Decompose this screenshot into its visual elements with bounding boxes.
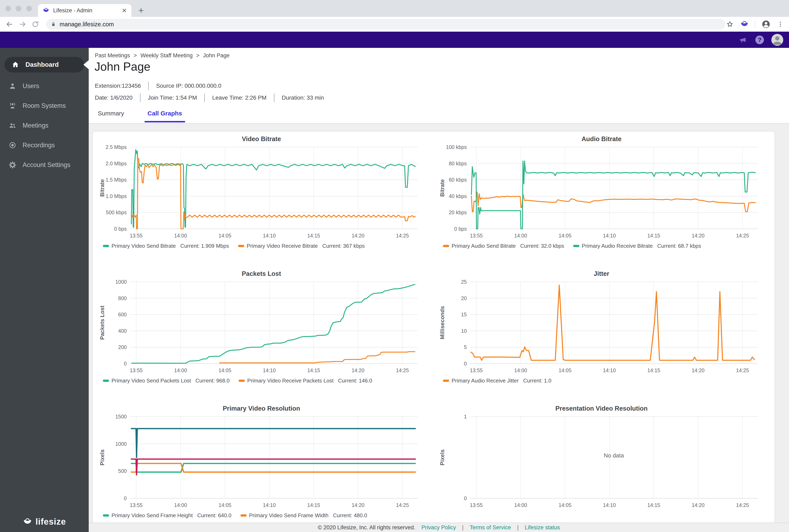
browser-tabstrip: Lifesize - Admin ✕	[0, 0, 789, 17]
people-icon	[8, 121, 16, 129]
svg-text:14:00: 14:00	[174, 367, 187, 373]
sidebar-item-account-settings[interactable]: Account Settings	[0, 157, 89, 173]
breadcrumb: Past Meetings > Weekly Staff Meeting > J…	[95, 52, 230, 59]
browser-profile-avatar[interactable]	[762, 20, 771, 29]
chart-presentation-video-resolution: Presentation Video Resolution 13:5514:00…	[437, 404, 766, 532]
video-bitrate-plot: 13:5514:0014:0514:1014:1514:2014:250 bps…	[97, 144, 426, 240]
footer-separator: |	[517, 525, 519, 531]
tab-call-graphs[interactable]: Call Graphs	[145, 109, 185, 122]
svg-text:Pixels: Pixels	[99, 450, 105, 466]
privacy-policy-link[interactable]: Privacy Policy	[421, 525, 456, 531]
primary-video-resolution-plot: 13:5514:0014:0514:1014:1514:2014:2505001…	[97, 413, 426, 510]
date-value: Date: 1/6/2020	[95, 94, 133, 101]
breadcrumb-past-meetings[interactable]: Past Meetings	[95, 52, 130, 59]
svg-text:No data: No data	[604, 452, 624, 459]
window-minimize-button[interactable]	[16, 6, 21, 11]
svg-text:1: 1	[464, 414, 467, 419]
window-zoom-button[interactable]	[26, 6, 32, 11]
home-icon	[12, 61, 19, 69]
breadcrumb-participant[interactable]: John Page	[203, 52, 230, 59]
svg-text:500: 500	[118, 468, 127, 474]
audio-bitrate-legend: Primary Audio Send BitrateCurrent: 32.0 …	[443, 243, 766, 249]
sidebar-item-dashboard[interactable]: Dashboard	[4, 57, 84, 73]
join-time-value: Join Time: 1:54 PM	[148, 94, 197, 101]
record-icon	[8, 141, 16, 149]
reload-icon[interactable]	[31, 20, 39, 28]
breadcrumb-separator: >	[134, 52, 137, 59]
app-header: ?	[0, 32, 789, 48]
forward-icon[interactable]	[18, 20, 27, 28]
sidebar-item-users[interactable]: Users	[0, 78, 89, 94]
user-avatar[interactable]	[771, 34, 783, 46]
svg-text:200: 200	[118, 344, 127, 350]
svg-text:1.0 Mbps: 1.0 Mbps	[105, 193, 127, 199]
url-bar[interactable]: manage.lifesize.com	[46, 19, 725, 30]
svg-text:1500: 1500	[115, 414, 127, 419]
audio-bitrate-plot: 13:5514:0014:0514:1014:1514:2014:250 bps…	[437, 144, 766, 240]
bookmark-star-icon[interactable]	[726, 20, 734, 28]
gear-icon	[8, 161, 16, 169]
chart-title: Jitter	[437, 269, 766, 279]
window-close-button[interactable]	[5, 6, 11, 11]
svg-text:13:55: 13:55	[130, 502, 143, 508]
svg-text:13:55: 13:55	[470, 233, 483, 239]
svg-text:14:10: 14:10	[263, 367, 276, 373]
svg-text:Bitrate: Bitrate	[439, 179, 445, 197]
help-icon[interactable]: ?	[755, 36, 764, 44]
svg-text:5: 5	[464, 344, 467, 350]
sidebar-item-room-systems[interactable]: Room Systems	[0, 98, 89, 114]
announcements-icon[interactable]	[738, 35, 748, 44]
sidebar-item-recordings[interactable]: Recordings	[0, 137, 89, 153]
svg-text:14:10: 14:10	[603, 367, 616, 373]
url-text: manage.lifesize.com	[60, 21, 114, 28]
duration-value: Duration: 33 min	[282, 94, 324, 101]
legend-item: Primary Video Send BitrateCurrent: 1.909…	[103, 243, 229, 249]
svg-text:100 kbps: 100 kbps	[446, 144, 467, 150]
svg-text:14:25: 14:25	[736, 502, 749, 508]
chart-title: Primary Video Resolution	[97, 404, 426, 413]
sidebar-item-meetings[interactable]: Meetings	[0, 118, 89, 133]
tab-close-icon[interactable]: ✕	[122, 7, 127, 14]
svg-text:0: 0	[464, 495, 467, 501]
chart-title: Audio Bitrate	[437, 134, 766, 144]
sidebar-item-label: Recordings	[23, 141, 55, 149]
legend-item: Primary Audio Send BitrateCurrent: 32.0 …	[443, 243, 564, 249]
page-title: John Page	[94, 60, 151, 73]
sidebar-item-label: Room Systems	[23, 102, 66, 110]
copyright-text: © 2020 Lifesize, Inc. All rights reserve…	[318, 525, 416, 531]
extension-value: Extension:123456	[95, 82, 141, 89]
terms-of-service-link[interactable]: Terms of Service	[470, 525, 511, 531]
svg-text:13:55: 13:55	[470, 367, 483, 373]
lifesize-extension-icon[interactable]	[740, 20, 749, 28]
svg-text:14:00: 14:00	[514, 233, 527, 239]
window-controls[interactable]	[5, 6, 32, 11]
svg-text:0: 0	[124, 495, 127, 501]
svg-text:14:15: 14:15	[307, 367, 320, 373]
lifesize-logo-text: lifesize	[36, 517, 66, 527]
svg-text:1000: 1000	[115, 279, 127, 285]
chart-title: Presentation Video Resolution	[437, 404, 766, 413]
sidebar-item-label: Users	[23, 82, 39, 90]
svg-text:14:15: 14:15	[647, 233, 660, 239]
svg-text:14:20: 14:20	[692, 502, 705, 508]
svg-text:14:25: 14:25	[396, 233, 409, 239]
lifesize-favicon-icon	[42, 7, 50, 14]
svg-text:14:05: 14:05	[218, 367, 231, 373]
back-icon[interactable]	[5, 20, 14, 28]
lifesize-status-link[interactable]: Lifesize status	[525, 525, 560, 531]
meta-divider	[274, 93, 274, 102]
svg-text:14:20: 14:20	[692, 367, 705, 373]
breadcrumb-meeting[interactable]: Weekly Staff Meeting	[140, 52, 193, 59]
new-tab-button[interactable]	[137, 6, 145, 14]
sidebar-item-label: Dashboard	[25, 61, 59, 69]
video-bitrate-legend: Primary Video Send BitrateCurrent: 1.909…	[103, 243, 426, 249]
tab-summary[interactable]: Summary	[95, 109, 127, 122]
browser-menu-kebab-icon[interactable]	[777, 21, 784, 28]
svg-text:14:00: 14:00	[174, 502, 187, 508]
chart-video-bitrate: Video Bitrate 13:5514:0014:0514:1014:151…	[97, 134, 426, 267]
breadcrumb-separator: >	[196, 52, 199, 59]
browser-tab[interactable]: Lifesize - Admin ✕	[38, 4, 131, 17]
svg-text:13:55: 13:55	[470, 502, 483, 508]
svg-text:14:05: 14:05	[559, 367, 572, 373]
svg-text:Packets Lost: Packets Lost	[99, 306, 105, 340]
